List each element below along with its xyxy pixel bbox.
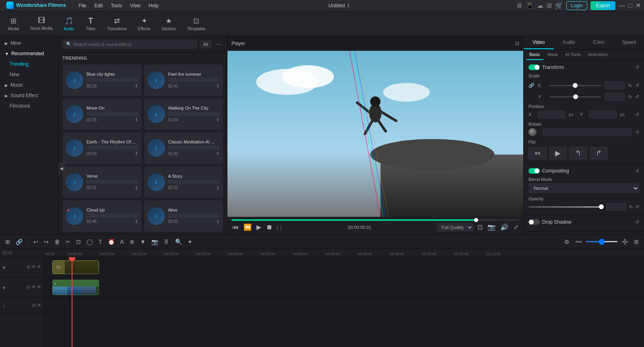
- tl-crop-icon[interactable]: ⊡: [74, 238, 83, 246]
- volume-icon[interactable]: 🔊: [500, 222, 509, 232]
- download-icon-8[interactable]: ⬇: [216, 185, 220, 191]
- tl-zoom-slider[interactable]: [586, 241, 618, 242]
- audio-track-eye-icon[interactable]: 👁: [37, 303, 41, 308]
- music-card-8[interactable]: ♪ A Story 02:52 ⬇: [144, 166, 223, 198]
- music-card-5[interactable]: ♪ Earth - The Rhythm Of ... 02:54 ⬇: [62, 132, 142, 164]
- tl-vol-icon[interactable]: 🎚: [162, 238, 171, 246]
- download-icon-10[interactable]: ⬇: [216, 219, 220, 224]
- tool-stickers[interactable]: ★ Stickers: [157, 15, 181, 33]
- stop-button[interactable]: ⏹: [265, 223, 273, 232]
- tl-cam-icon[interactable]: 📷: [149, 238, 160, 246]
- tl-redo-icon[interactable]: ↪: [42, 238, 51, 246]
- tool-audio[interactable]: 🎵 Audio: [59, 15, 79, 33]
- transform-toggle[interactable]: [528, 64, 540, 70]
- menu-tools[interactable]: Tools: [107, 0, 125, 11]
- music-card-4[interactable]: ♪ Walking On The City 01:04 ⬇: [144, 98, 223, 130]
- track1-lock-icon[interactable]: 👁: [37, 264, 41, 270]
- rewind-button[interactable]: ⏮: [231, 223, 239, 232]
- opacity-input[interactable]: 100.0: [606, 203, 626, 211]
- sidebar-group-mine[interactable]: ▶ Mine: [0, 38, 58, 48]
- download-icon-3[interactable]: ⬇: [134, 117, 138, 123]
- tl-layout-icon[interactable]: ⊞: [632, 238, 641, 246]
- flip-h-button[interactable]: ⇔: [528, 147, 547, 160]
- panel-collapse-btn[interactable]: ◀: [58, 162, 65, 174]
- rotate-input[interactable]: 0.00°: [543, 128, 632, 136]
- track2-folder-icon[interactable]: ⊞: [27, 285, 30, 290]
- tab-audio[interactable]: Audio: [554, 36, 584, 49]
- track1-visibility-icon[interactable]: ●: [2, 264, 6, 270]
- download-icon-9[interactable]: ⬇: [134, 219, 138, 224]
- tl-text-icon[interactable]: T: [97, 238, 104, 246]
- subtab-aitools[interactable]: AI Tools: [562, 50, 584, 60]
- track2-visibility-icon[interactable]: ●: [2, 284, 6, 291]
- audio-track-folder-icon[interactable]: ⊞: [32, 303, 36, 308]
- rotate-dial[interactable]: [528, 128, 537, 136]
- scale-y-reset[interactable]: ↺: [635, 94, 639, 100]
- subtab-animation[interactable]: Animation: [585, 50, 611, 60]
- tl-link-icon[interactable]: 🔗: [14, 238, 25, 246]
- music-card-9[interactable]: ♪ Cloud (a) 02:46 ⬇: [62, 200, 142, 232]
- export-button[interactable]: Export: [590, 1, 616, 10]
- subtab-mask[interactable]: Mask: [544, 50, 561, 60]
- fullscreen-icon[interactable]: ⤢: [512, 222, 519, 232]
- tool-effects[interactable]: ✦ Effects: [133, 15, 155, 33]
- sidebar-group-recommended[interactable]: ▼ Recommended: [0, 48, 58, 59]
- tl-v-icon[interactable]: ▼: [138, 238, 148, 246]
- tl-undo-icon[interactable]: ↩: [31, 238, 40, 246]
- tl-anim-icon[interactable]: ✦: [186, 238, 194, 246]
- login-button[interactable]: Login: [566, 1, 587, 10]
- tool-templates[interactable]: ⊡ Templates: [182, 15, 211, 33]
- prev-frame-button[interactable]: ⏪: [243, 222, 252, 232]
- track2-eye-icon[interactable]: 👁: [31, 285, 36, 290]
- bracket-in[interactable]: {: [277, 224, 279, 231]
- tl-delete-icon[interactable]: 🗑: [52, 238, 62, 246]
- quality-select[interactable]: Full Quality: [437, 223, 473, 231]
- maximize-icon[interactable]: □: [628, 2, 632, 9]
- more-options-icon[interactable]: ⋯: [214, 40, 223, 48]
- scale-x-reset[interactable]: ↺: [635, 83, 639, 88]
- tl-grid-icon[interactable]: ⊞: [3, 238, 12, 246]
- download-icon-7[interactable]: ⬇: [134, 185, 138, 191]
- track1-eye-icon[interactable]: 👁: [31, 264, 36, 270]
- sidebar-item-trending[interactable]: Trending: [0, 59, 58, 69]
- tl-zoom-icon[interactable]: 🔍: [173, 238, 184, 246]
- menu-help[interactable]: Help: [145, 0, 162, 11]
- title-clip[interactable]: Rc: [52, 260, 99, 274]
- sidebar-item-filmstock[interactable]: Filmstock: [0, 101, 58, 111]
- tab-speed[interactable]: Speed: [614, 36, 644, 49]
- screenshot-icon[interactable]: 📷: [487, 222, 496, 232]
- lock-scale-icon[interactable]: 🔗: [528, 83, 535, 88]
- compositing-reset-icon[interactable]: ↺: [635, 168, 639, 174]
- menu-view[interactable]: View: [127, 0, 144, 11]
- download-icon-2[interactable]: ⬇: [216, 83, 220, 89]
- download-icon-6[interactable]: ⬇: [216, 151, 220, 156]
- shadow-reset-icon[interactable]: ↺: [635, 219, 639, 225]
- download-icon-4[interactable]: ⬇: [216, 117, 220, 123]
- music-card-3[interactable]: ♪ Move On 02:25 ⬇: [62, 98, 142, 130]
- flip-v-button[interactable]: ▶: [549, 147, 567, 160]
- pos-x-input[interactable]: 0.00: [537, 110, 566, 118]
- tool-titles[interactable]: T Titles: [80, 15, 101, 33]
- sidebar-group-music[interactable]: ▶ Music: [0, 80, 58, 90]
- menu-edit[interactable]: Edit: [91, 0, 106, 11]
- tl-plus-icon[interactable]: ⊕: [128, 238, 136, 246]
- compositing-toggle[interactable]: [528, 168, 540, 174]
- download-icon-1[interactable]: ⬇: [134, 83, 138, 89]
- menu-file[interactable]: File: [75, 0, 89, 11]
- tl-settings-icon[interactable]: ⚙: [562, 238, 572, 246]
- flip-tr-button[interactable]: ↱: [590, 147, 608, 160]
- track2-lock-icon[interactable]: 👁: [37, 285, 41, 290]
- tl-circle-icon[interactable]: ◯: [85, 238, 95, 246]
- pos-y-input[interactable]: 0.00: [589, 110, 617, 118]
- fit-screen-icon[interactable]: ⊡: [477, 222, 483, 232]
- music-card-7[interactable]: ♪ Verve 03:31 ⬇: [62, 166, 142, 198]
- blend-mode-select[interactable]: Normal Dissolve Multiply Screen Overlay: [528, 183, 639, 193]
- opacity-slider[interactable]: [528, 206, 604, 208]
- track1-folder-icon[interactable]: ⊞: [27, 264, 30, 270]
- pos-reset[interactable]: ↺: [635, 112, 639, 117]
- music-card-1[interactable]: ♪ Blue city lights 02:29 ⬇: [62, 64, 142, 96]
- opacity-reset[interactable]: ↺: [635, 204, 639, 210]
- tool-stock[interactable]: 🎞 Stock Media: [25, 15, 57, 32]
- bracket-out[interactable]: }: [280, 224, 282, 231]
- transform-reset-icon[interactable]: ↺: [635, 64, 639, 70]
